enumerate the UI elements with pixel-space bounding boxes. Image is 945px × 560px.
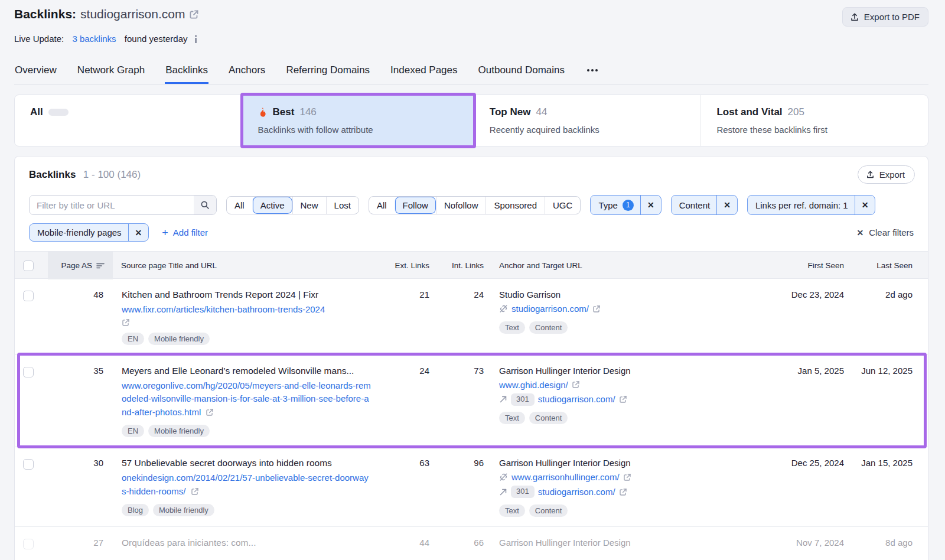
int-links-value: 66: [436, 527, 491, 560]
table-row: 48 Kitchen and Bathroom Trends Report 20…: [15, 279, 928, 355]
clear-filters-label: Clear filters: [869, 227, 914, 237]
column-header-first-seen[interactable]: First Seen: [783, 261, 858, 270]
clear-filters-button[interactable]: ✕ Clear filters: [856, 227, 914, 237]
target-url-link[interactable]: studiogarrison.com/: [511, 302, 589, 315]
external-link-icon[interactable]: [619, 395, 627, 403]
column-header-ext-links[interactable]: Ext. Links: [384, 261, 436, 270]
column-header-page-as[interactable]: Page AS: [48, 252, 113, 279]
remove-content-filter-icon[interactable]: ✕: [716, 196, 737, 214]
select-all-checkbox[interactable]: [23, 261, 34, 271]
target-url-link[interactable]: www.garrisonhullinger.com/: [511, 471, 620, 484]
annotation-best-card: [240, 93, 476, 148]
row-checkbox[interactable]: [23, 459, 34, 470]
tab-network-graph[interactable]: Network Graph: [77, 61, 145, 84]
filter-row-2: Mobile-friendly pages ✕ + Add filter ✕ C…: [15, 215, 928, 242]
export-button[interactable]: Export: [858, 165, 915, 184]
last-seen-value: Jun 12, 2025: [858, 355, 928, 447]
redirect-target-link[interactable]: studiogarrison.com/: [538, 486, 615, 499]
card-all-label: All: [30, 106, 43, 118]
card-best-label: Best: [273, 106, 295, 118]
report-tabs: Overview Network Graph Backlinks Anchors…: [14, 59, 928, 84]
int-links-value: 96: [436, 447, 491, 526]
tab-anchors[interactable]: Anchors: [228, 61, 266, 84]
follow-nofollow[interactable]: Nofollow: [436, 197, 486, 214]
status-lost[interactable]: Lost: [326, 197, 359, 214]
filter-chip-links-label: Links per ref. domain: 1: [755, 200, 848, 210]
search-icon[interactable]: [194, 196, 216, 214]
filter-chip-links-per-domain[interactable]: Links per ref. domain: 1 ✕: [747, 195, 875, 215]
external-link-icon[interactable]: [623, 473, 631, 481]
tab-backlinks[interactable]: Backlinks: [165, 61, 208, 84]
page-as-value: 27: [48, 527, 113, 560]
sort-descending-icon: [96, 262, 105, 269]
search-input[interactable]: [30, 200, 194, 210]
follow-ugc[interactable]: UGC: [545, 197, 580, 214]
link-type-badge: Text: [499, 321, 525, 334]
filter-chip-content[interactable]: Content ✕: [671, 195, 738, 215]
source-url-link[interactable]: www.oregonlive.com/hg/2020/05/meyers-and…: [122, 380, 371, 417]
ext-links-value: 63: [384, 447, 436, 526]
unlinked-icon: [499, 473, 508, 481]
filter-chip-mobile-friendly[interactable]: Mobile-friendly pages ✕: [29, 223, 149, 242]
add-filter-button[interactable]: + Add filter: [162, 227, 208, 238]
external-link-icon[interactable]: [206, 408, 214, 416]
tab-referring-domains[interactable]: Referring Domains: [285, 61, 370, 84]
external-link-icon[interactable]: [189, 9, 199, 19]
page-as-value: 35: [48, 355, 113, 447]
follow-sponsored[interactable]: Sponsored: [485, 197, 545, 214]
status-all[interactable]: All: [227, 197, 252, 214]
card-lost-vital[interactable]: Lost and Vital 205 Restore these backlin…: [700, 95, 928, 146]
anchor-text: Studio Garrison: [499, 289, 777, 299]
remove-mobile-filter-icon[interactable]: ✕: [128, 224, 149, 241]
summary-cards: All Best 146 Backlinks with follow attri…: [14, 95, 928, 146]
info-icon[interactable]: [194, 34, 198, 44]
row-checkbox[interactable]: [23, 367, 34, 377]
external-link-icon[interactable]: [619, 488, 627, 496]
status-active[interactable]: Active: [252, 197, 292, 214]
remove-links-filter-icon[interactable]: ✕: [855, 196, 875, 214]
follow-all[interactable]: All: [369, 197, 395, 214]
card-best[interactable]: Best 146 Backlinks with follow attribute: [242, 95, 474, 146]
page-as-value: 30: [48, 447, 113, 526]
mobile-friendly-badge: Mobile friendly: [148, 425, 210, 437]
external-link-icon[interactable]: [592, 305, 601, 313]
export-to-pdf-button[interactable]: Export to PDF: [842, 7, 928, 27]
more-tabs-icon[interactable]: [585, 59, 598, 84]
follow-follow[interactable]: Follow: [395, 197, 436, 214]
column-header-source[interactable]: Source page Title and URL: [113, 261, 384, 270]
target-url-link[interactable]: www.ghid.design/: [499, 379, 568, 392]
link-placement-badge: Content: [529, 412, 568, 424]
table-header-row: Page AS Source page Title and URL Ext. L…: [15, 251, 928, 279]
redirect-target-link[interactable]: studiogarrison.com/: [538, 393, 615, 406]
link-type-badge: Text: [499, 412, 525, 424]
row-checkbox[interactable]: [23, 291, 34, 301]
int-links-value: 73: [436, 355, 491, 447]
card-top-new[interactable]: Top New 44 Recently acquired backlinks: [474, 95, 701, 146]
table-row-partial: 27 Orquídeas para iniciantes: com... 44 …: [15, 527, 928, 560]
card-best-subtitle: Backlinks with follow attribute: [258, 125, 458, 135]
remove-type-filter-icon[interactable]: ✕: [640, 196, 661, 214]
anchor-text: Garrison Hullinger Interior Design: [499, 366, 777, 376]
status-new[interactable]: New: [292, 197, 326, 214]
row-checkbox[interactable]: [23, 539, 34, 549]
card-best-count: 146: [299, 106, 316, 118]
source-url-link[interactable]: onekindesign.com/2014/02/21/57-unbelieva…: [122, 473, 369, 496]
external-link-icon[interactable]: [191, 487, 199, 496]
unlinked-icon: [499, 304, 508, 313]
column-header-anchor[interactable]: Anchor and Target URL: [491, 261, 783, 270]
column-header-last-seen[interactable]: Last Seen: [858, 261, 928, 270]
filter-chip-type-label: Type: [598, 200, 618, 210]
language-badge: EN: [122, 333, 144, 345]
card-all[interactable]: All: [15, 95, 242, 146]
source-url-link[interactable]: www.fixr.com/articles/kitchen-bathroom-t…: [122, 304, 325, 314]
tab-outbound-domains[interactable]: Outbound Domains: [478, 61, 565, 84]
external-link-icon[interactable]: [572, 380, 580, 389]
external-link-icon[interactable]: [122, 318, 130, 327]
tab-indexed-pages[interactable]: Indexed Pages: [390, 61, 458, 84]
first-seen-value: Dec 25, 2024: [783, 447, 858, 526]
tab-overview[interactable]: Overview: [14, 61, 57, 84]
page-as-value: 48: [48, 279, 113, 354]
column-header-int-links[interactable]: Int. Links: [436, 261, 491, 270]
live-update-link[interactable]: 3 backlinks: [72, 34, 116, 44]
filter-chip-type[interactable]: Type 1 ✕: [590, 195, 661, 215]
